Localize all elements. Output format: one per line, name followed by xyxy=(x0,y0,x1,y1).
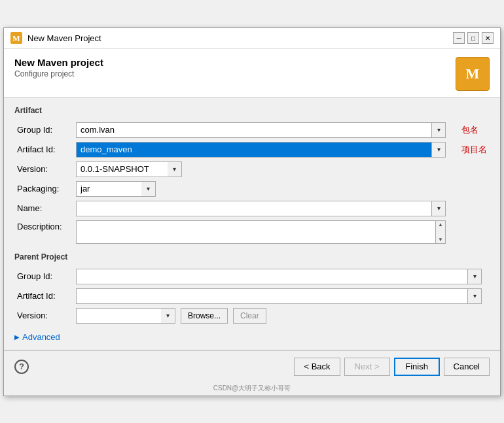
window-title: New Maven Project xyxy=(27,33,101,43)
header-area: New Maven project Configure project M xyxy=(4,49,500,98)
version-label: Version: xyxy=(14,160,73,179)
title-bar-left: M New Maven Project xyxy=(10,32,101,44)
scroll-up-arrow[interactable]: ▲ xyxy=(438,222,443,228)
artifact-form: Group Id: 包名 Artifact Id: xyxy=(14,120,490,246)
help-button[interactable]: ? xyxy=(14,360,29,374)
maven-logo: M xyxy=(456,57,490,91)
finish-button[interactable]: Finish xyxy=(394,358,440,376)
parent-artifact-id-input[interactable] xyxy=(76,288,467,304)
parent-form: Group Id: Artifact Id: xyxy=(14,267,490,326)
parent-version-row-wrapper: Browse... Clear xyxy=(76,308,482,324)
parent-artifact-id-wrapper xyxy=(76,288,482,304)
artifact-id-annotation: 项目名 xyxy=(461,144,487,154)
packaging-row: Packaging: xyxy=(14,179,490,199)
window-icon: M xyxy=(10,32,22,44)
back-button[interactable]: < Back xyxy=(294,358,340,376)
parent-group-id-input[interactable] xyxy=(76,269,467,284)
parent-section-label: Parent Project xyxy=(14,252,490,262)
watermark: CSDN@大明子又称小哥哥 xyxy=(4,382,500,396)
main-window: M New Maven Project ─ □ ✕ New Maven proj… xyxy=(3,27,501,396)
parent-group-id-label: Group Id: xyxy=(14,267,73,286)
footer-left: ? xyxy=(14,360,29,374)
parent-version-row: Version: Browse... Clear xyxy=(14,306,490,326)
name-input[interactable] xyxy=(76,201,431,216)
artifact-id-label: Artifact Id: xyxy=(14,140,73,160)
maximize-button[interactable]: □ xyxy=(467,32,479,44)
parent-artifact-id-row: Artifact Id: xyxy=(14,286,490,306)
advanced-label[interactable]: Advanced xyxy=(22,332,60,342)
close-button[interactable]: ✕ xyxy=(482,32,494,44)
group-id-label: Group Id: xyxy=(14,120,73,140)
group-id-input[interactable] xyxy=(76,122,431,138)
header-text: New Maven project Configure project xyxy=(14,57,103,78)
name-row: Name: xyxy=(14,199,490,218)
footer-buttons: < Back Next > Finish Cancel xyxy=(294,358,490,376)
name-dropdown[interactable] xyxy=(431,201,446,216)
packaging-input[interactable] xyxy=(76,181,141,197)
parent-section: Parent Project Group Id: Artifact Id: xyxy=(14,252,490,326)
minimize-button[interactable]: ─ xyxy=(453,32,465,44)
parent-version-input[interactable] xyxy=(76,308,161,324)
name-field-wrapper xyxy=(76,201,446,216)
description-label: Description: xyxy=(14,218,73,246)
group-id-field-wrapper xyxy=(76,122,446,138)
footer: ? < Back Next > Finish Cancel xyxy=(4,350,500,382)
version-input[interactable] xyxy=(76,161,168,177)
parent-version-label: Version: xyxy=(14,306,73,326)
artifact-id-input[interactable] xyxy=(76,142,431,158)
group-id-row: Group Id: 包名 xyxy=(14,120,490,140)
scroll-down-arrow[interactable]: ▼ xyxy=(438,237,443,243)
packaging-field-wrapper xyxy=(76,181,446,197)
artifact-id-row: Artifact Id: 项目名 xyxy=(14,140,490,160)
name-label: Name: xyxy=(14,199,73,218)
packaging-label: Packaging: xyxy=(14,179,73,199)
version-dropdown[interactable] xyxy=(168,161,182,177)
artifact-id-dropdown[interactable] xyxy=(431,142,446,158)
content-area: Artifact Group Id: 包名 Artifact Id: xyxy=(4,98,500,350)
title-bar: M New Maven Project ─ □ ✕ xyxy=(4,28,500,49)
advanced-arrow-icon: ▶ xyxy=(14,333,20,341)
browse-button[interactable]: Browse... xyxy=(181,308,228,324)
header-subtitle: Configure project xyxy=(14,69,103,78)
group-id-dropdown[interactable] xyxy=(431,122,446,138)
parent-version-input-group xyxy=(76,308,175,324)
cancel-button[interactable]: Cancel xyxy=(444,358,490,376)
advanced-section[interactable]: ▶ Advanced xyxy=(14,332,490,342)
clear-button[interactable]: Clear xyxy=(233,308,266,324)
description-scrollbar: ▲ ▼ xyxy=(435,220,446,244)
description-row: Description: ▲ ▼ xyxy=(14,218,490,246)
parent-group-id-row: Group Id: xyxy=(14,267,490,286)
artifact-id-field-wrapper xyxy=(76,142,446,158)
group-id-annotation: 包名 xyxy=(461,125,478,135)
next-button[interactable]: Next > xyxy=(344,358,390,376)
parent-artifact-id-label: Artifact Id: xyxy=(14,286,73,306)
header-title: New Maven project xyxy=(14,57,103,68)
parent-version-dropdown[interactable] xyxy=(161,308,175,324)
parent-group-id-dropdown[interactable] xyxy=(467,269,482,284)
version-row: Version: xyxy=(14,160,490,179)
description-input[interactable] xyxy=(76,220,435,244)
svg-text:M: M xyxy=(12,34,20,43)
parent-group-id-wrapper xyxy=(76,269,482,284)
description-field-wrapper: ▲ ▼ xyxy=(76,220,446,244)
version-field-wrapper xyxy=(76,161,446,177)
title-bar-controls: ─ □ ✕ xyxy=(453,32,494,44)
packaging-dropdown[interactable] xyxy=(141,181,156,197)
artifact-section-label: Artifact xyxy=(14,106,490,115)
parent-artifact-id-dropdown[interactable] xyxy=(467,288,482,304)
